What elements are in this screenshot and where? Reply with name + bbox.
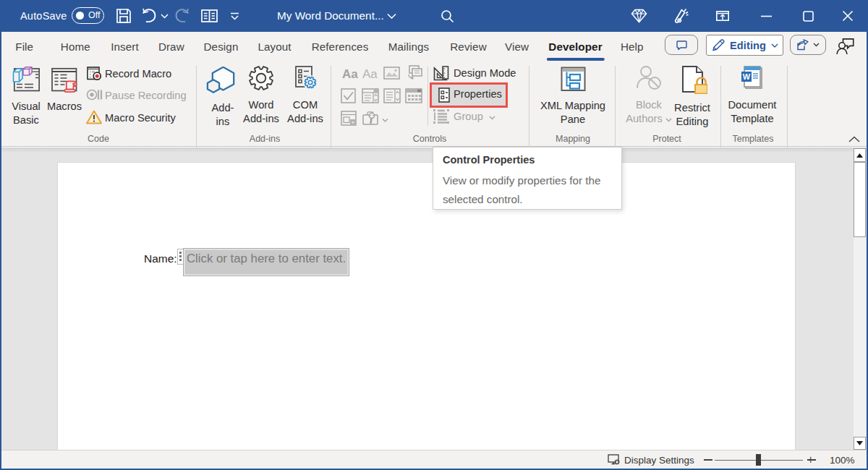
svg-text:Aa: Aa: [342, 67, 358, 81]
svg-text:Aa: Aa: [362, 67, 378, 81]
svg-text:W: W: [743, 72, 751, 81]
